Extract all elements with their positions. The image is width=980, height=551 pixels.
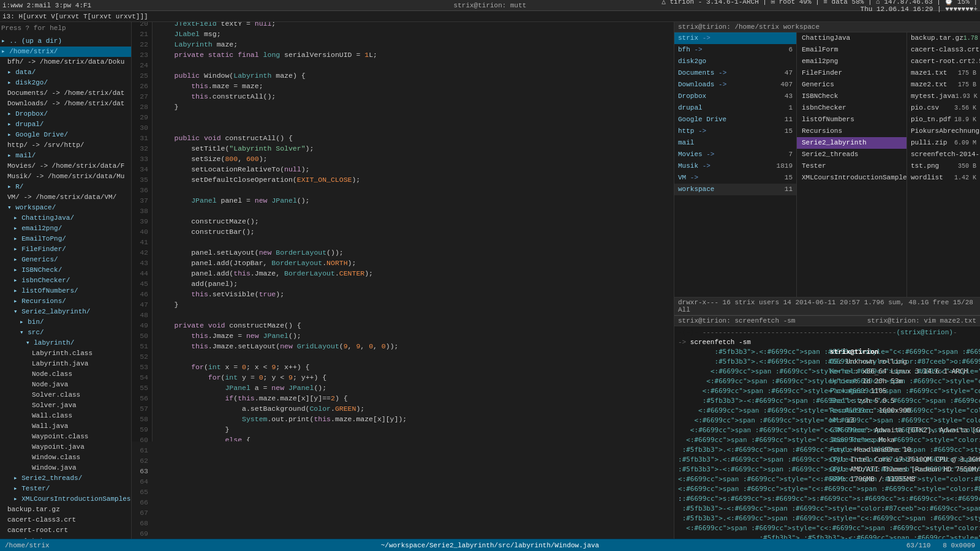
sidebar-item[interactable]: Musik/ -> /home/strix/data/Mu — [0, 171, 131, 182]
sidebar-item[interactable]: cacert-root.crt — [0, 525, 131, 536]
sidebar-item[interactable]: ▸ listOfNumbers/ — [0, 286, 131, 296]
right-file-size-item[interactable]: screenfetch-2014-06-12_~226 K — [907, 149, 980, 160]
right-file-size-item[interactable]: cacert-class3.crt2.55 K — [907, 44, 980, 56]
sidebar-item[interactable]: ▸ disk2go/ — [0, 78, 131, 88]
sidebar-item[interactable]: ▸ drupal/ — [0, 119, 131, 130]
right-dir-item[interactable]: strix -> — [674, 32, 796, 44]
sidebar-item[interactable]: maze1.txt — [0, 536, 131, 539]
code-container[interactable]: 1112131415161718192021222324252627282930… — [132, 22, 674, 539]
sidebar-item[interactable]: Solver.class — [0, 390, 131, 400]
right-dir-item[interactable]: bfh -> 6 — [674, 44, 796, 56]
sidebar-item[interactable]: ▸ .. (up a dir) — [0, 36, 131, 47]
right-dir-item[interactable]: VM -> 15 — [674, 172, 796, 184]
sidebar-item[interactable]: Node.class — [0, 369, 131, 380]
sidebar-item[interactable]: Waypoint.class — [0, 432, 131, 442]
right-dirs-column[interactable]: strix ->bfh -> 6disk2goDocuments -> 47Do… — [674, 32, 797, 297]
right-dir-item[interactable]: Downloads -> 407 — [674, 79, 796, 91]
right-file-size-item[interactable]: pulli.zip6.09 M — [907, 137, 980, 149]
sidebar-item[interactable]: cacert-class3.crt — [0, 515, 131, 525]
sidebar-item[interactable]: http/ -> /srv/http/ — [0, 140, 131, 151]
sidebar-item[interactable]: ▸ Tester/ — [0, 484, 131, 494]
right-file-size-item[interactable]: tst.png350 B — [907, 160, 980, 172]
right-file-size-item[interactable]: backup.tar.gz1.78 G — [907, 32, 980, 44]
right-file-size-item[interactable]: pio.csv3.56 K — [907, 102, 980, 114]
code-line: a.setBackground(Color.GREEN); — [157, 403, 669, 414]
sidebar-item[interactable]: Window.java — [0, 463, 131, 473]
sidebar-item[interactable]: ▸ ISBNCheck/ — [0, 265, 131, 276]
right-filename-item[interactable]: Recursions — [797, 126, 907, 137]
sidebar-item[interactable]: ▸ EmailToPng/ — [0, 234, 131, 244]
sidebar-item[interactable]: ▸ Generics/ — [0, 255, 131, 265]
right-dir-item[interactable]: drupal 1 — [674, 102, 796, 114]
right-file-size-item[interactable]: wordlist1.42 K — [907, 172, 980, 184]
sidebar-item[interactable]: ▾ labyrinth/ — [0, 338, 131, 348]
sidebar-item[interactable]: ▸ Google Drive/ — [0, 130, 131, 140]
sidebar-item[interactable]: Downloads/ -> /home/strix/dat — [0, 99, 131, 109]
right-dir-item[interactable]: Movies -> 7 — [674, 149, 796, 160]
sidebar-item[interactable]: ▾ Serie2_labyrinth/ — [0, 307, 131, 317]
sidebar-item[interactable]: Waypoint.java — [0, 442, 131, 452]
right-filename-item[interactable]: ISBNCheck — [797, 91, 907, 102]
sidebar-item[interactable]: Wall.class — [0, 411, 131, 421]
right-file-size-item[interactable]: cacert-root.crt2.51 K — [907, 56, 980, 67]
right-filename-item[interactable]: listOfNumbers — [797, 114, 907, 126]
right-filename-item[interactable]: Serie2_labyrinth — [797, 137, 907, 149]
right-filename-item[interactable]: Tester — [797, 160, 907, 172]
code-line: } — [157, 102, 669, 112]
right-filename-item[interactable]: ChattingJava — [797, 32, 907, 44]
right-dir-item[interactable]: mail — [674, 137, 796, 149]
sidebar-item[interactable]: ▸ bin/ — [0, 317, 131, 328]
right-dir-item[interactable]: Documents -> 47 — [674, 67, 796, 79]
right-dir-item[interactable]: workspace 11 — [674, 184, 796, 195]
right-filesizes-column[interactable]: backup.tar.gz1.78 Gcacert-class3.crt2.55… — [907, 32, 980, 297]
right-dir-item[interactable]: http -> 15 — [674, 126, 796, 137]
right-dir-item[interactable]: disk2go — [674, 56, 796, 67]
sidebar-item[interactable]: ▸ /home/strix/ — [0, 47, 131, 57]
right-dir-item[interactable]: Musik -> 1819 — [674, 160, 796, 172]
ascii-line: :#5fb3b3">-<:#6699cc">span :#6699cc">sty… — [678, 465, 825, 474]
sidebar-item[interactable]: ▸ Serie2_threads/ — [0, 473, 131, 484]
file-tree-sidebar[interactable]: Press ? for help ▸ .. (up a dir)▸ /home/… — [0, 22, 132, 539]
sidebar-item[interactable]: ▸ R/ — [0, 182, 131, 192]
right-file-size-item[interactable]: maze1.txt175 B — [907, 67, 980, 79]
sidebar-item[interactable]: Solver.java — [0, 400, 131, 411]
sidebar-item[interactable]: Movies/ -> /home/strix/data/F — [0, 161, 131, 171]
sidebar-item[interactable]: ▸ mail/ — [0, 151, 131, 161]
terminal-content[interactable]: -(-)- ----------------------------------… — [674, 326, 980, 539]
right-filename-item[interactable]: email2png — [797, 56, 907, 67]
sidebar-item[interactable]: Labyrinth.java — [0, 359, 131, 369]
right-filename-item[interactable]: FileFinder — [797, 67, 907, 79]
right-filename-item[interactable]: XMLCoursIntroductionSamples — [797, 172, 907, 184]
sidebar-item[interactable]: ▸ Recursions/ — [0, 296, 131, 307]
sidebar-item[interactable]: backup.tar.gz — [0, 504, 131, 515]
right-filenames-column[interactable]: ChattingJavaEmailFormemail2pngFileFinder… — [797, 32, 907, 297]
sidebar-item[interactable]: ▸ email2png/ — [0, 223, 131, 234]
sidebar-item[interactable]: ▸ Dropbox/ — [0, 109, 131, 119]
sidebar-item[interactable]: ▸ ChattingJava/ — [0, 213, 131, 223]
sidebar-item[interactable]: ▾ workspace/ — [0, 203, 131, 213]
sidebar-item[interactable]: ▾ src/ — [0, 328, 131, 338]
sidebar-item[interactable]: Labyrinth.class — [0, 348, 131, 359]
sidebar-item[interactable]: Documents/ -> /home/strix/dat — [0, 88, 131, 99]
right-file-size-item[interactable]: mytest.java1.93 K — [907, 91, 980, 102]
sidebar-item[interactable]: Node.java — [0, 380, 131, 390]
right-file-size-item[interactable]: maze2.txt175 B — [907, 79, 980, 91]
right-filename-item[interactable]: Serie2_threads — [797, 149, 907, 160]
sidebar-item[interactable]: Wall.java — [0, 421, 131, 432]
sidebar-item[interactable]: ▸ XMLCoursIntroductionSamples/ — [0, 494, 131, 504]
right-file-size-item[interactable]: PiokursAbrechnung.ods31.6 K — [907, 126, 980, 137]
sidebar-item[interactable]: Window.class — [0, 452, 131, 463]
right-filename-item[interactable]: Generics — [797, 79, 907, 91]
sidebar-item[interactable]: ▸ FileFinder/ — [0, 244, 131, 255]
right-dir-item[interactable]: Google Drive 11 — [674, 114, 796, 126]
right-filename-item[interactable]: EmailForm — [797, 44, 907, 56]
right-filename-item[interactable]: isbnChecker — [797, 102, 907, 114]
sidebar-item[interactable]: ▸ isbnChecker/ — [0, 276, 131, 286]
right-file-size-item[interactable]: pio_tn.pdf18.9 K — [907, 114, 980, 126]
code-line: for(int y = 0; y < 9; y++) { — [157, 372, 669, 383]
sidebar-item[interactable]: VM/ -> /home/strix/data/VM/ — [0, 192, 131, 203]
sidebar-item[interactable]: ▸ data/ — [0, 67, 131, 78]
right-dir-item[interactable]: Dropbox 43 — [674, 91, 796, 102]
sidebar-item[interactable]: bfh/ -> /home/strix/data/Doku — [0, 57, 131, 67]
code-content[interactable]: import javax.swing.JButton;import javax.… — [153, 22, 674, 441]
